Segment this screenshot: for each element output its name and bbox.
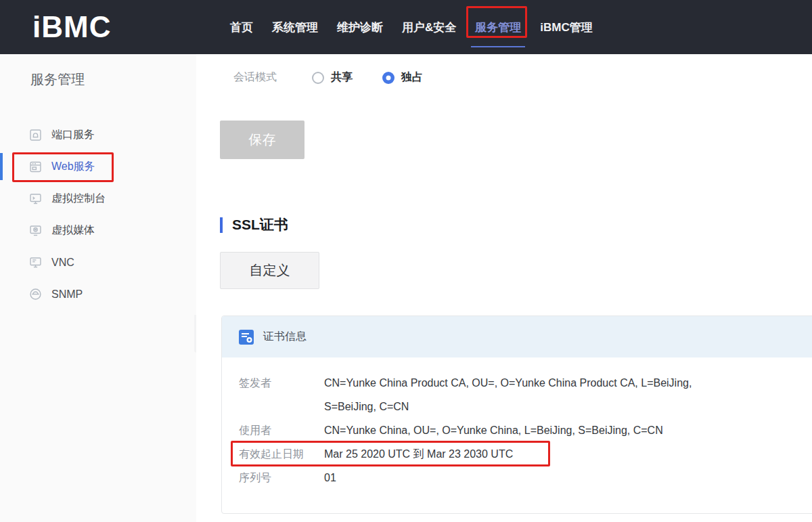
validity-label: 有效起止日期 bbox=[239, 442, 324, 466]
console-icon bbox=[28, 192, 43, 206]
nav-item-system[interactable]: 系统管理 bbox=[272, 0, 318, 54]
certificate-icon bbox=[238, 328, 255, 346]
nav-item-label: 首页 bbox=[230, 20, 253, 35]
certificate-panel-header: 证书信息 bbox=[222, 316, 812, 357]
sidebar-item-label: SNMP bbox=[51, 288, 83, 301]
vnc-icon bbox=[28, 255, 43, 269]
cert-row-serial: 序列号 01 bbox=[239, 466, 812, 490]
serial-label: 序列号 bbox=[239, 466, 324, 490]
sidebar-item-label: VNC bbox=[51, 257, 74, 269]
web-icon bbox=[28, 160, 43, 174]
cert-row-subject: 使用者 CN=Yunke China, OU=, O=Yunke China, … bbox=[239, 418, 812, 442]
certificate-details: 签发者 CN=Yunke China Product CA, OU=, O=Yu… bbox=[222, 357, 812, 490]
sidebar-item-snmp[interactable]: SNMP bbox=[0, 278, 196, 310]
main-content: 会话模式 共享 独占 保存 SSL证书 自定义 bbox=[196, 54, 812, 522]
ssl-section-title: SSL证书 bbox=[232, 215, 288, 234]
sidebar-item-label: Web服务 bbox=[51, 160, 95, 174]
top-navigation: 首页 系统管理 维护诊断 用户&安全 服务管理 iBMC管理 bbox=[230, 0, 593, 54]
top-header: iBMC 首页 系统管理 维护诊断 用户&安全 服务管理 iBMC管理 bbox=[0, 0, 812, 54]
cert-row-issuer: 签发者 CN=Yunke China Product CA, OU=, O=Yu… bbox=[239, 371, 812, 418]
ibmc-logo: iBMC bbox=[32, 10, 111, 44]
radio-exclusive-label: 独占 bbox=[401, 70, 423, 85]
sidebar-item-virtual-console[interactable]: 虚拟控制台 bbox=[0, 183, 196, 215]
sidebar-item-virtual-media[interactable]: 虚拟媒体 bbox=[0, 215, 196, 246]
radio-shared[interactable]: 共享 bbox=[312, 70, 353, 85]
nav-item-home[interactable]: 首页 bbox=[230, 0, 253, 54]
serial-value: 01 bbox=[324, 466, 717, 490]
save-button[interactable]: 保存 bbox=[220, 121, 304, 159]
radio-exclusive[interactable]: 独占 bbox=[382, 70, 423, 85]
radio-unchecked-icon[interactable] bbox=[312, 72, 324, 84]
validity-value: Mar 25 2020 UTC 到 Mar 23 2030 UTC bbox=[324, 442, 717, 466]
active-item-indicator bbox=[0, 153, 3, 180]
nav-item-service-active[interactable]: 服务管理 bbox=[475, 0, 521, 54]
cert-row-validity: 有效起止日期 Mar 25 2020 UTC 到 Mar 23 2030 UTC bbox=[239, 442, 812, 466]
nav-item-label: 系统管理 bbox=[272, 20, 318, 35]
section-accent-bar bbox=[220, 217, 223, 233]
issuer-value: CN=Yunke China Product CA, OU=, O=Yunke … bbox=[324, 371, 717, 418]
certificate-info-panel: 证书信息 签发者 CN=Yunke China Product CA, OU=,… bbox=[221, 316, 812, 514]
sidebar-item-label: 虚拟媒体 bbox=[51, 223, 95, 238]
port-icon bbox=[28, 128, 43, 142]
nav-item-label: iBMC管理 bbox=[540, 20, 592, 35]
sidebar-item-vnc[interactable]: VNC bbox=[0, 246, 196, 278]
active-tab-underline bbox=[471, 46, 525, 47]
session-mode-row: 会话模式 共享 独占 bbox=[233, 70, 453, 85]
radio-shared-label: 共享 bbox=[331, 70, 353, 85]
nav-item-ibmc-mgmt[interactable]: iBMC管理 bbox=[540, 0, 592, 54]
sidebar-title: 服务管理 bbox=[30, 70, 85, 89]
sidebar-item-web-service[interactable]: Web服务 bbox=[0, 151, 196, 183]
nav-item-label: 用户&安全 bbox=[402, 20, 456, 35]
radio-checked-icon[interactable] bbox=[382, 72, 394, 84]
issuer-label: 签发者 bbox=[239, 371, 324, 418]
nav-item-maintenance[interactable]: 维护诊断 bbox=[337, 0, 383, 54]
sidebar-item-label: 端口服务 bbox=[51, 128, 95, 142]
snmp-icon bbox=[28, 287, 43, 301]
sidebar: 服务管理 端口服务 Web服务 虚拟控制台 bbox=[0, 54, 196, 522]
sidebar-item-port-service[interactable]: 端口服务 bbox=[0, 119, 196, 151]
nav-item-label: 维护诊断 bbox=[337, 20, 383, 35]
ssl-section-header: SSL证书 bbox=[220, 215, 288, 234]
customize-button[interactable]: 自定义 bbox=[220, 252, 319, 289]
nav-item-user-security[interactable]: 用户&安全 bbox=[402, 0, 456, 54]
sidebar-menu: 端口服务 Web服务 虚拟控制台 虚拟媒体 bbox=[0, 119, 196, 310]
certificate-panel-title: 证书信息 bbox=[263, 330, 307, 344]
subject-value: CN=Yunke China, OU=, O=Yunke China, L=Be… bbox=[324, 418, 717, 442]
subject-label: 使用者 bbox=[239, 418, 324, 442]
ibmc-page: iBMC 首页 系统管理 维护诊断 用户&安全 服务管理 iBMC管理 bbox=[0, 0, 812, 522]
session-mode-label: 会话模式 bbox=[233, 70, 312, 85]
sidebar-item-label: 虚拟控制台 bbox=[51, 192, 106, 206]
media-icon bbox=[28, 223, 43, 238]
nav-item-label: 服务管理 bbox=[475, 20, 521, 35]
